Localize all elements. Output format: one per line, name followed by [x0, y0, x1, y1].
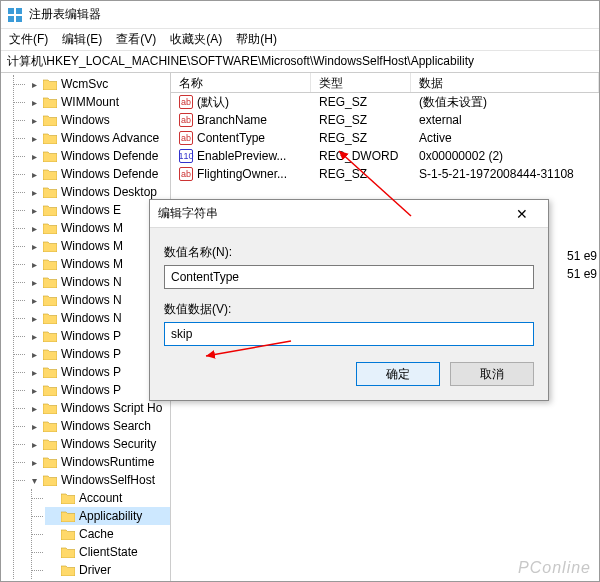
tree-node[interactable]: ClientState — [45, 543, 170, 561]
tree-node[interactable]: Cache — [45, 525, 170, 543]
menu-edit[interactable]: 编辑(E) — [62, 31, 102, 48]
tree-node[interactable]: Account — [45, 489, 170, 507]
cancel-button[interactable]: 取消 — [450, 362, 534, 386]
expand-icon[interactable]: ▸ — [29, 349, 39, 359]
col-type-header[interactable]: 类型 — [311, 73, 411, 92]
expand-icon[interactable]: ▸ — [29, 205, 39, 215]
expand-icon[interactable]: ▸ — [29, 169, 39, 179]
value-row[interactable]: ab(默认)REG_SZ(数值未设置) — [171, 93, 599, 111]
value-row[interactable]: abBranchNameREG_SZexternal — [171, 111, 599, 129]
expand-icon[interactable]: ▸ — [29, 133, 39, 143]
value-type-icon: ab — [179, 131, 193, 145]
close-icon[interactable]: ✕ — [504, 203, 540, 225]
value-type: REG_SZ — [311, 131, 411, 145]
expand-icon[interactable]: ▸ — [29, 295, 39, 305]
tree-label: Windows P — [61, 383, 121, 397]
col-name-header[interactable]: 名称 — [171, 73, 311, 92]
expand-icon[interactable] — [47, 511, 57, 521]
folder-icon — [61, 529, 75, 540]
tree-node[interactable]: ▸WindowsRuntime — [27, 453, 170, 471]
tree-label: Windows M — [61, 239, 123, 253]
folder-icon — [43, 169, 57, 180]
expand-icon[interactable]: ▸ — [29, 331, 39, 341]
value-data-field[interactable] — [164, 322, 534, 346]
expand-icon[interactable] — [47, 565, 57, 575]
window-title: 注册表编辑器 — [29, 6, 101, 23]
menu-file[interactable]: 文件(F) — [9, 31, 48, 48]
tree-node[interactable]: ▸WIMMount — [27, 93, 170, 111]
expand-icon[interactable] — [47, 493, 57, 503]
expand-icon[interactable]: ▸ — [29, 277, 39, 287]
folder-icon — [43, 241, 57, 252]
folder-icon — [43, 259, 57, 270]
expand-icon[interactable] — [47, 547, 57, 557]
tree-node[interactable]: ▾WindowsSelfHost — [27, 471, 170, 489]
tree-label: Windows P — [61, 347, 121, 361]
menu-view[interactable]: 查看(V) — [116, 31, 156, 48]
expand-icon[interactable]: ▾ — [29, 475, 39, 485]
tree-label: Account — [79, 491, 122, 505]
expand-icon[interactable]: ▸ — [29, 421, 39, 431]
expand-icon[interactable]: ▸ — [29, 241, 39, 251]
tree-node[interactable]: Applicability — [45, 507, 170, 525]
value-name: FlightingOwner... — [197, 167, 287, 181]
folder-icon — [61, 547, 75, 558]
expand-icon[interactable]: ▸ — [29, 97, 39, 107]
clipped-text: 51 e9 — [567, 249, 597, 263]
expand-icon[interactable]: ▸ — [29, 79, 39, 89]
tree-node[interactable]: ▸Windows Security — [27, 435, 170, 453]
value-row[interactable]: abContentTypeREG_SZActive — [171, 129, 599, 147]
folder-icon — [61, 493, 75, 504]
regedit-icon — [7, 7, 23, 23]
expand-icon[interactable] — [47, 529, 57, 539]
value-name: ContentType — [197, 131, 265, 145]
tree-label: Windows Script Ho — [61, 401, 162, 415]
expand-icon[interactable]: ▸ — [29, 385, 39, 395]
expand-icon[interactable]: ▸ — [29, 223, 39, 233]
expand-icon[interactable]: ▸ — [29, 313, 39, 323]
expand-icon[interactable]: ▸ — [29, 187, 39, 197]
expand-icon[interactable]: ▸ — [29, 115, 39, 125]
tree-label: Windows — [61, 113, 110, 127]
tree-label: Driver — [79, 563, 111, 577]
folder-icon — [43, 475, 57, 486]
expand-icon[interactable]: ▸ — [29, 439, 39, 449]
value-row[interactable]: 110EnablePreview...REG_DWORD0x00000002 (… — [171, 147, 599, 165]
menu-help[interactable]: 帮助(H) — [236, 31, 277, 48]
value-type-icon: ab — [179, 167, 193, 181]
expand-icon[interactable]: ▸ — [29, 403, 39, 413]
tree-node[interactable]: ▸WcmSvc — [27, 75, 170, 93]
tree-label: Windows N — [61, 275, 122, 289]
tree-node[interactable]: ▸Windows Defende — [27, 147, 170, 165]
address-bar[interactable]: 计算机\HKEY_LOCAL_MACHINE\SOFTWARE\Microsof… — [1, 51, 599, 73]
ok-button[interactable]: 确定 — [356, 362, 440, 386]
folder-icon — [43, 205, 57, 216]
tree-label: Windows Advance — [61, 131, 159, 145]
expand-icon[interactable]: ▸ — [29, 367, 39, 377]
value-name-field[interactable] — [164, 265, 534, 289]
tree-label: Windows Search — [61, 419, 151, 433]
dialog-title-bar[interactable]: 编辑字符串 ✕ — [150, 200, 548, 228]
expand-icon[interactable]: ▸ — [29, 151, 39, 161]
col-data-header[interactable]: 数据 — [411, 73, 599, 92]
value-name: EnablePreview... — [197, 149, 286, 163]
value-data: (数值未设置) — [411, 94, 599, 111]
tree-node[interactable]: ▸Windows Search — [27, 417, 170, 435]
tree-node[interactable]: ▸Windows — [27, 111, 170, 129]
value-data: S-1-5-21-1972008444-31108 — [411, 167, 599, 181]
menu-favorites[interactable]: 收藏夹(A) — [170, 31, 222, 48]
folder-icon — [43, 421, 57, 432]
tree-label: WcmSvc — [61, 77, 108, 91]
expand-icon[interactable]: ▸ — [29, 259, 39, 269]
value-row[interactable]: abFlightingOwner...REG_SZS-1-5-21-197200… — [171, 165, 599, 183]
tree-node[interactable]: ▸Windows Advance — [27, 129, 170, 147]
value-data: external — [411, 113, 599, 127]
tree-label: Windows Defende — [61, 167, 158, 181]
list-body: ab(默认)REG_SZ(数值未设置)abBranchNameREG_SZext… — [171, 93, 599, 183]
folder-icon — [43, 457, 57, 468]
tree-panel[interactable]: ▸WcmSvc▸WIMMount▸Windows▸Windows Advance… — [1, 73, 171, 581]
expand-icon[interactable]: ▸ — [29, 457, 39, 467]
tree-node[interactable]: Driver — [45, 561, 170, 579]
tree-node[interactable]: ▸Windows Defende — [27, 165, 170, 183]
tree-node[interactable]: ▸Windows Script Ho — [27, 399, 170, 417]
